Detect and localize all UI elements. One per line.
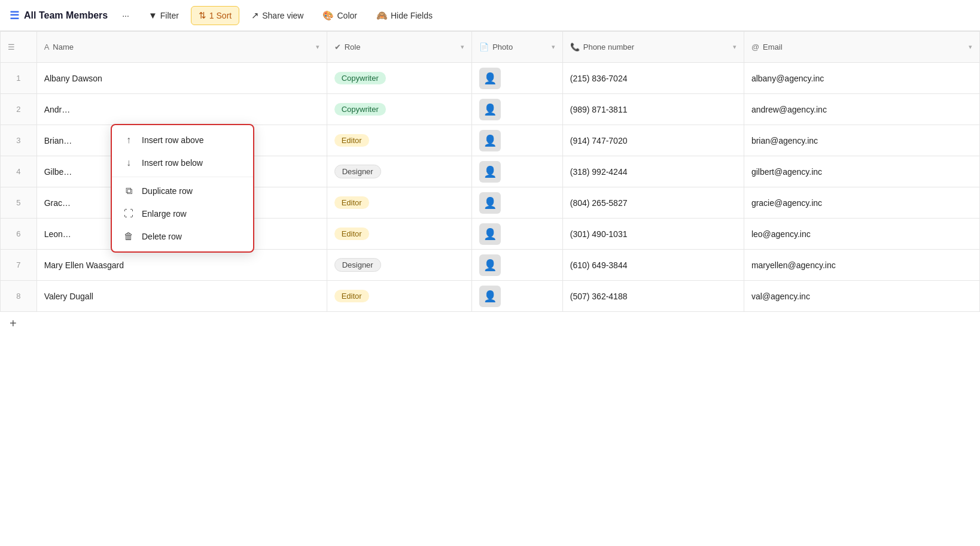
rows-icon: ☰ (8, 43, 15, 51)
cell-name[interactable]: Andr… (36, 94, 327, 125)
menu-item-enlarge[interactable]: ⛶ Enlarge row (112, 202, 253, 225)
photo-col-icon: 📄 (479, 43, 489, 51)
cell-name[interactable]: Albany Dawson (36, 63, 327, 94)
share-icon: ↗ (251, 10, 259, 21)
filter-icon: ▼ (148, 10, 157, 20)
cell-photo: 👤 (472, 187, 563, 219)
header-row: ☰ A Name ▾ ✔ Role ▾ (1, 32, 980, 63)
cell-email: val@agency.inc (744, 281, 979, 312)
delete-icon: 🗑 (123, 231, 135, 242)
cell-role: Editor (327, 187, 472, 219)
cell-photo: 👤 (472, 219, 563, 250)
photo-col-chevron: ▾ (552, 43, 555, 51)
cell-photo: 👤 (472, 63, 563, 94)
share-view-button[interactable]: ↗ Share view (244, 7, 311, 25)
photo-avatar: 👤 (483, 228, 497, 241)
photo-avatar: 👤 (483, 196, 497, 210)
color-icon: 🎨 (322, 10, 334, 21)
hide-icon: 🙈 (376, 10, 388, 21)
toolbar: ☰ All Team Members ··· ▼ Filter ⇅ 1 Sort… (0, 0, 980, 31)
photo-avatar: 👤 (483, 134, 497, 147)
insert-above-label: Insert row above (142, 135, 204, 145)
menu-item-insert-above[interactable]: ↑ Insert row above (112, 129, 253, 151)
cell-name[interactable]: Mary Ellen Waasgard (36, 250, 327, 281)
cell-role: Designer (327, 156, 472, 187)
row-number: 6 (1, 219, 37, 250)
role-col-chevron: ▾ (461, 43, 464, 51)
menu-item-insert-below[interactable]: ↓ Insert row below (112, 151, 253, 174)
enlarge-icon: ⛶ (123, 208, 135, 219)
table-row[interactable]: 7 Mary Ellen Waasgard Designer 👤 (610) 6… (1, 250, 980, 281)
role-badge: Designer (334, 258, 381, 272)
cell-role: Editor (327, 125, 472, 156)
row-number: 3 (1, 125, 37, 156)
table-container: ☰ A Name ▾ ✔ Role ▾ (0, 31, 980, 335)
phone-col-icon: 📞 (570, 43, 580, 51)
hide-fields-button[interactable]: 🙈 Hide Fields (369, 7, 440, 25)
filter-button[interactable]: ▼ Filter (141, 7, 186, 24)
enlarge-label: Enlarge row (142, 209, 187, 219)
cell-role: Copywriter (327, 63, 472, 94)
header-name[interactable]: A Name ▾ (36, 32, 327, 63)
cell-photo: 👤 (472, 281, 563, 312)
more-options-button[interactable]: ··· (115, 7, 136, 24)
insert-above-icon: ↑ (123, 135, 135, 145)
sort-button[interactable]: ⇅ 1 Sort (191, 6, 239, 25)
cell-photo: 👤 (472, 94, 563, 125)
cell-phone: (215) 836-7024 (562, 63, 744, 94)
header-email[interactable]: @ Email ▾ (744, 32, 979, 63)
table-row[interactable]: 2 Andr… Copywriter 👤 (989) 871-3811 andr… (1, 94, 980, 125)
photo-avatar: 👤 (483, 290, 497, 303)
photo-avatar: 👤 (483, 103, 497, 116)
more-icon: ··· (122, 11, 129, 20)
row-number: 8 (1, 281, 37, 312)
cell-email: albany@agency.inc (744, 63, 979, 94)
role-badge: Editor (334, 228, 369, 240)
sort-icon: ⇅ (199, 10, 206, 21)
photo-thumbnail: 👤 (479, 99, 501, 120)
header-photo[interactable]: 📄 Photo ▾ (472, 32, 563, 63)
photo-thumbnail: 👤 (479, 68, 501, 89)
menu-item-duplicate[interactable]: ⧉ Duplicate row (112, 180, 253, 202)
email-col-chevron: ▾ (969, 43, 972, 51)
name-col-chevron: ▾ (316, 43, 319, 51)
role-badge: Editor (334, 290, 369, 302)
photo-thumbnail: 👤 (479, 223, 501, 245)
photo-avatar: 👤 (483, 259, 497, 272)
cell-phone: (804) 265-5827 (562, 187, 744, 219)
add-row-button[interactable]: + (0, 312, 26, 335)
role-badge: Copywriter (334, 72, 386, 84)
row-number: 2 (1, 94, 37, 125)
menu-item-delete[interactable]: 🗑 Delete row (112, 225, 253, 248)
duplicate-icon: ⧉ (123, 186, 135, 196)
header-phone[interactable]: 📞 Phone number ▾ (562, 32, 744, 63)
toolbar-title-group: ☰ All Team Members (10, 9, 108, 22)
photo-thumbnail: 👤 (479, 192, 501, 214)
cell-email: leo@agency.inc (744, 219, 979, 250)
cell-photo: 👤 (472, 156, 563, 187)
photo-thumbnail: 👤 (479, 254, 501, 276)
menu-icon: ☰ (10, 9, 19, 22)
cell-role: Editor (327, 219, 472, 250)
cell-role: Copywriter (327, 94, 472, 125)
row-number: 4 (1, 156, 37, 187)
header-role[interactable]: ✔ Role ▾ (327, 32, 472, 63)
insert-below-icon: ↓ (123, 157, 135, 168)
table-row[interactable]: 1 Albany Dawson Copywriter 👤 (215) 836-7… (1, 63, 980, 94)
cell-role: Designer (327, 250, 472, 281)
cell-email: andrew@agency.inc (744, 94, 979, 125)
delete-label: Delete row (142, 232, 182, 241)
cell-phone: (301) 490-1031 (562, 219, 744, 250)
cell-name[interactable]: Valery Dugall (36, 281, 327, 312)
color-button[interactable]: 🎨 Color (315, 7, 364, 25)
row-number: 5 (1, 187, 37, 219)
photo-avatar: 👤 (483, 72, 497, 85)
role-badge: Editor (334, 134, 369, 147)
role-col-icon: ✔ (334, 43, 341, 51)
cell-phone: (610) 649-3844 (562, 250, 744, 281)
cell-email: maryellen@agency.inc (744, 250, 979, 281)
table-row[interactable]: 8 Valery Dugall Editor 👤 (507) 362-4188 … (1, 281, 980, 312)
cell-phone: (318) 992-4244 (562, 156, 744, 187)
menu-divider-1 (112, 177, 253, 177)
duplicate-label: Duplicate row (142, 186, 193, 196)
